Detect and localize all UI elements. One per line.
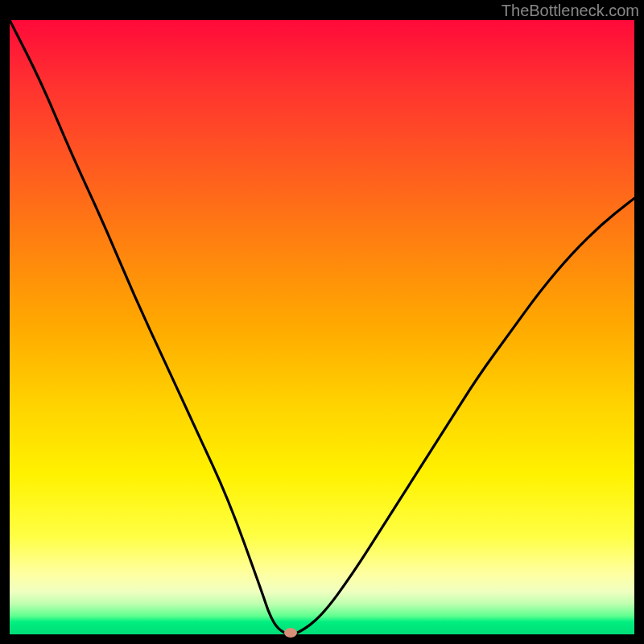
watermark-text: TheBottleneck.com [502,2,639,20]
optimal-point-marker [284,628,297,638]
plot-gradient-background [10,20,634,634]
mismatch-curve [10,20,634,634]
